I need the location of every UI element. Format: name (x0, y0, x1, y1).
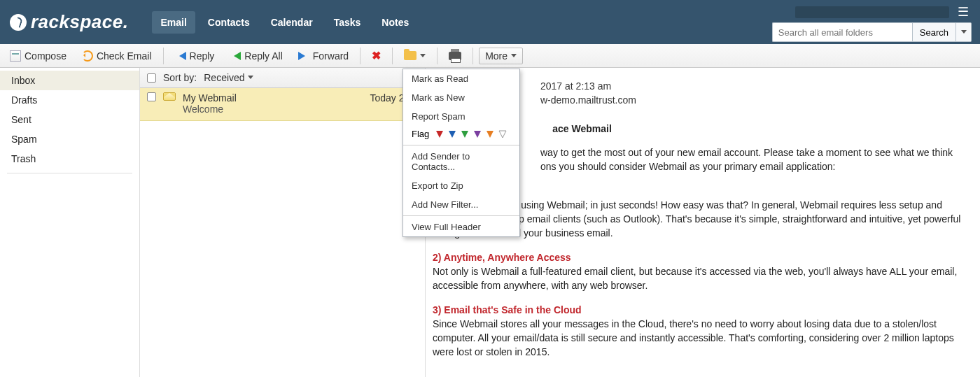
chevron-down-icon (248, 76, 253, 82)
message-subject: Welcome (183, 104, 363, 115)
list-header: Sort by: Received (140, 68, 425, 88)
brand-text: rackspace. (31, 11, 128, 33)
reply-all-label: Reply All (244, 50, 282, 62)
section-3-title: 3) Email that's Safe in the Cloud (433, 304, 582, 315)
folder-sidebar: Inbox Drafts Sent Spam Trash (0, 68, 140, 377)
flag-label: Flag (412, 129, 429, 139)
delete-button[interactable]: ✖ (366, 48, 386, 64)
check-email-button[interactable]: Check Email (76, 48, 158, 64)
toolbar-separator (437, 48, 438, 64)
folder-sent[interactable]: Sent (0, 110, 139, 129)
global-search: Search (772, 22, 972, 42)
menu-report-spam[interactable]: Report Spam (403, 107, 519, 126)
action-toolbar: Compose Check Email Reply Reply All Forw… (0, 44, 980, 68)
user-info-strip (795, 6, 949, 18)
toolbar-separator (360, 48, 360, 64)
nav-tab-notes[interactable]: Notes (373, 11, 417, 34)
svg-marker-4 (486, 131, 493, 138)
folder-separator (7, 173, 132, 173)
folder-trash[interactable]: Trash (0, 149, 139, 169)
sort-label: Sort by: (163, 72, 197, 83)
flag-blue-icon[interactable] (447, 129, 457, 139)
toolbar-separator (392, 48, 393, 64)
forward-label: Forward (313, 50, 349, 62)
folder-icon (404, 51, 416, 60)
search-button[interactable]: Search (912, 22, 956, 42)
section-2-body: Not only is Webmail a full-featured emai… (433, 266, 957, 291)
toolbar-separator (472, 48, 473, 64)
check-email-label: Check Email (97, 50, 152, 62)
envelope-icon (163, 92, 176, 101)
flag-clear-icon[interactable] (498, 129, 507, 139)
folder-spam[interactable]: Spam (0, 129, 139, 149)
message-checkbox[interactable] (147, 92, 156, 101)
flag-purple-icon[interactable] (472, 129, 482, 139)
chevron-down-icon (961, 30, 967, 36)
move-to-folder-button[interactable] (398, 49, 431, 62)
menu-separator (403, 145, 519, 145)
flag-green-icon[interactable] (460, 129, 470, 139)
menu-view-header[interactable]: View Full Header (403, 218, 519, 236)
search-dropdown[interactable] (956, 22, 972, 42)
forward-button[interactable]: Forward (293, 48, 354, 64)
reply-icon (175, 52, 186, 60)
menu-flag-row: Flag (403, 126, 519, 143)
delete-icon: ✖ (372, 50, 381, 62)
more-menu: Mark as Read Mark as New Report Spam Fla… (402, 69, 520, 237)
refresh-icon (82, 50, 93, 62)
print-icon (449, 52, 461, 60)
message-title: ace Webmail (552, 123, 612, 134)
chevron-down-icon (511, 54, 517, 60)
menu-export-zip[interactable]: Export to Zip (403, 176, 519, 195)
brand-logo: rackspace. (10, 11, 128, 33)
top-right-area: ☰ Search (772, 4, 972, 42)
meta-from: w-demo.mailtrust.com (540, 94, 636, 106)
reply-button[interactable]: Reply (169, 48, 220, 64)
svg-marker-5 (499, 131, 506, 138)
folder-inbox[interactable]: Inbox (0, 71, 139, 90)
more-button[interactable]: More (479, 48, 523, 64)
select-all-checkbox[interactable] (147, 73, 156, 83)
svg-marker-1 (449, 131, 456, 138)
section-2-title: 2) Anytime, Anywhere Access (433, 252, 571, 263)
message-item[interactable]: My Webmail Welcome Today 2:13 (140, 88, 425, 121)
sort-field-value: Received (204, 72, 244, 83)
compose-button[interactable]: Compose (4, 48, 72, 64)
nav-tab-email[interactable]: Email (152, 11, 195, 34)
meta-date: 2017 at 2:13 am (540, 80, 611, 92)
svg-marker-3 (474, 131, 481, 138)
reply-all-icon (230, 52, 241, 60)
hamburger-icon[interactable]: ☰ (955, 4, 972, 20)
more-label: More (485, 50, 507, 62)
nav-tab-calendar[interactable]: Calendar (262, 11, 321, 34)
intro-line1: way to get the most out of your new emai… (540, 147, 953, 158)
sort-field-dropdown[interactable]: Received (204, 72, 253, 83)
compose-icon (10, 50, 21, 62)
chevron-down-icon (420, 54, 426, 60)
flag-orange-icon[interactable] (485, 129, 495, 139)
nav-tab-contacts[interactable]: Contacts (200, 11, 258, 34)
flag-red-icon[interactable] (435, 129, 444, 139)
message-from: My Webmail (183, 92, 363, 104)
user-bar: ☰ (795, 4, 972, 20)
svg-marker-0 (436, 131, 443, 138)
nav-tab-tasks[interactable]: Tasks (326, 11, 370, 34)
menu-add-filter[interactable]: Add New Filter... (403, 195, 519, 214)
svg-marker-2 (461, 131, 468, 138)
search-input[interactable] (772, 22, 912, 42)
reply-label: Reply (190, 50, 215, 62)
forward-icon (298, 52, 309, 60)
folder-drafts[interactable]: Drafts (0, 90, 139, 110)
menu-mark-read[interactable]: Mark as Read (403, 69, 519, 88)
compose-label: Compose (24, 50, 66, 62)
menu-separator (403, 215, 519, 216)
top-nav: rackspace. Email Contacts Calendar Tasks… (0, 0, 980, 44)
section-3-body: Since Webmail stores all your messages i… (433, 318, 954, 358)
reply-all-button[interactable]: Reply All (224, 48, 288, 64)
print-button[interactable] (443, 50, 467, 62)
menu-mark-new[interactable]: Mark as New (403, 88, 519, 107)
menu-add-contacts[interactable]: Add Sender to Contacts... (403, 147, 519, 176)
nav-tabs: Email Contacts Calendar Tasks Notes (152, 11, 417, 34)
intro-line2: ons you should consider Webmail as your … (540, 161, 836, 172)
message-list-pane: Sort by: Received My Webmail Welcome Tod… (140, 68, 426, 377)
